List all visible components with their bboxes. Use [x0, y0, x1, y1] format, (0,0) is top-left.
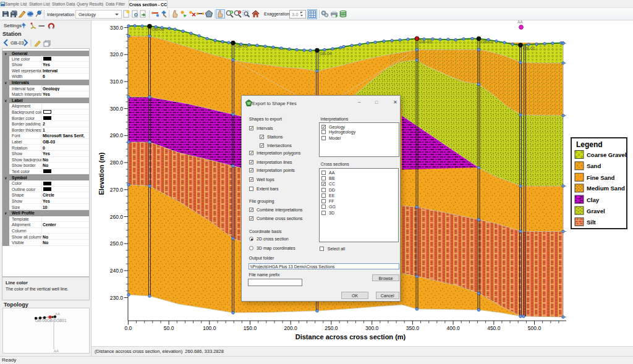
svg-text:300.0: 300.0 — [365, 325, 379, 331]
svg-text:260.0: 260.0 — [110, 214, 124, 220]
svg-text:320.0: 320.0 — [110, 51, 124, 57]
svg-text:AA: AA — [55, 312, 60, 316]
svg-text:200.0: 200.0 — [284, 325, 298, 331]
svg-text:100.0: 100.0 — [203, 325, 216, 331]
svg-text:GB-04: GB-04 — [320, 51, 332, 56]
svg-text:280.0: 280.0 — [110, 159, 124, 166]
svg-text:AA: AA — [517, 20, 523, 24]
svg-text:500.0: 500.0 — [528, 325, 542, 331]
svg-text:150.0: 150.0 — [244, 325, 257, 331]
svg-text:300.0: 300.0 — [110, 106, 124, 112]
svg-text:450.0: 450.0 — [487, 325, 501, 331]
svg-text:400.0: 400.0 — [446, 325, 460, 331]
svg-text:GB-03: GB-03 — [419, 40, 431, 44]
svg-text:240.0: 240.0 — [110, 268, 124, 274]
svg-text:250.0: 250.0 — [325, 325, 338, 331]
svg-text:50.0: 50.0 — [164, 325, 174, 331]
svg-text:350.0: 350.0 — [406, 325, 420, 331]
svg-text:Distance across cross section: Distance across cross section (m) — [295, 333, 406, 341]
svg-text:290.0: 290.0 — [110, 132, 124, 138]
svg-text:330.0: 330.0 — [110, 25, 124, 31]
svg-text:230.0: 230.0 — [110, 295, 124, 301]
svg-text:310.0: 310.0 — [110, 78, 124, 85]
svg-text:250.0: 250.0 — [110, 240, 124, 247]
svg-text:GB-03: GB-03 — [11, 40, 24, 46]
svg-text:Elevation (m): Elevation (m) — [98, 152, 105, 195]
svg-text:AA: AA — [54, 349, 59, 353]
svg-text:270.0: 270.0 — [110, 187, 124, 193]
svg-text:GB-01: GB-01 — [523, 46, 535, 51]
svg-text:0.0: 0.0 — [124, 325, 132, 331]
